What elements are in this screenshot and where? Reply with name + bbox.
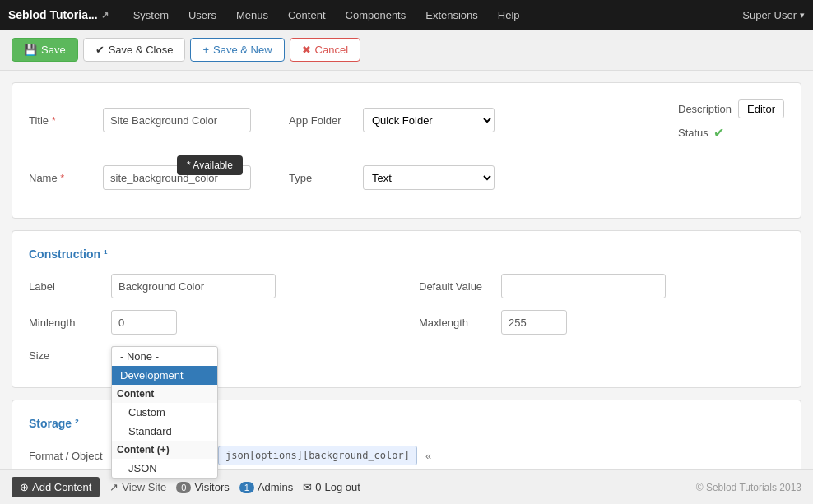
- dd-item-json[interactable]: JSON: [112, 459, 217, 478]
- dd-item-standard[interactable]: Standard: [112, 422, 217, 441]
- description-label: Description: [678, 103, 732, 115]
- save-new-button[interactable]: + Save & New: [190, 38, 284, 62]
- content-area: Title * App Folder Quick Folder Descript…: [0, 71, 813, 504]
- maxlength-input[interactable]: [501, 310, 567, 335]
- plus-icon: +: [202, 44, 209, 56]
- save-close-button[interactable]: ✔ Save & Close: [83, 38, 186, 62]
- dd-group-content-plus: Content (+): [112, 441, 217, 459]
- label-field-label: Label: [29, 280, 103, 293]
- cancel-label: Cancel: [315, 44, 348, 56]
- size-dropdown-container: - None - Development Content Custom Stan…: [111, 346, 177, 371]
- nav-content[interactable]: Content: [280, 4, 334, 26]
- dd-item-development[interactable]: Development: [112, 366, 217, 385]
- nav-help[interactable]: Help: [490, 4, 528, 26]
- label-row: Label: [29, 274, 394, 298]
- brand[interactable]: Seblod Tutoria... ↗: [8, 8, 109, 21]
- size-dropdown-list: - None - Development Content Custom Stan…: [111, 346, 218, 479]
- construction-grid: Label Default Value Minlength Maxlength …: [29, 274, 784, 371]
- nav-extensions[interactable]: Extensions: [417, 4, 486, 26]
- user-menu[interactable]: Super User: [742, 9, 805, 21]
- status-check-icon: ✔: [713, 125, 724, 141]
- nav-menus[interactable]: Menus: [228, 4, 276, 26]
- toolbar: 💾 Save ✔ Save & Close + Save & New ✖ Can…: [0, 30, 813, 71]
- default-value-label: Default Value: [419, 280, 493, 293]
- type-label: Type: [289, 172, 355, 184]
- minlength-row: Minlength: [29, 310, 394, 335]
- type-select[interactable]: Text: [363, 165, 495, 190]
- bottom-left: ⊕ Add Content ↗ View Site 0 Visitors 1 A…: [12, 477, 360, 497]
- tooltip-content: * Available: [177, 155, 243, 175]
- logout-group: ✉ 0 Log out: [303, 481, 360, 493]
- nav-system[interactable]: System: [125, 4, 177, 26]
- save-icon: 💾: [24, 44, 37, 56]
- format-object-label: Format / Object: [29, 450, 103, 462]
- name-label: Name *: [29, 172, 95, 184]
- save-button[interactable]: 💾 Save: [12, 38, 78, 62]
- add-content-button[interactable]: ⊕ Add Content: [12, 477, 100, 497]
- dd-group-content: Content: [112, 385, 217, 403]
- admins-badge: 1: [239, 482, 254, 493]
- title-field-group: Title *: [29, 108, 251, 132]
- external-icon: ↗: [109, 481, 118, 493]
- size-label: Size: [29, 349, 103, 362]
- cancel-button[interactable]: ✖ Cancel: [290, 38, 360, 62]
- app-folder-select[interactable]: Quick Folder: [363, 108, 495, 132]
- minlength-input[interactable]: [111, 310, 177, 335]
- visitors-label: Visitors: [194, 481, 229, 493]
- view-site-link[interactable]: ↗ View Site: [109, 481, 166, 493]
- nav-users[interactable]: Users: [180, 4, 225, 26]
- check-icon: ✔: [95, 44, 105, 56]
- label-input[interactable]: [111, 274, 276, 298]
- construction-title: Construction ¹: [29, 247, 784, 261]
- app-folder-group: App Folder Quick Folder: [289, 108, 495, 132]
- name-row: Name * Type Text: [29, 165, 784, 190]
- main-nav: System Users Menus Content Components Ex…: [125, 4, 743, 26]
- visitors-badge: 0: [176, 482, 191, 493]
- title-input[interactable]: [103, 108, 251, 132]
- brand-name: Seblod Tutoria...: [8, 8, 98, 21]
- editor-button[interactable]: Editor: [738, 99, 784, 118]
- admins-label: Admins: [258, 481, 293, 493]
- size-row: Size - None - Development Content Custom…: [29, 346, 394, 371]
- visitors-group: 0 Visitors: [176, 481, 230, 493]
- mail-icon: ✉: [303, 481, 312, 493]
- status-row: Status ✔: [678, 125, 724, 141]
- format-path: json[options][background_color]: [218, 446, 417, 465]
- maxlength-label: Maxlength: [419, 317, 493, 329]
- minlength-label: Minlength: [29, 317, 103, 329]
- tooltip-available: * Available: [177, 155, 243, 175]
- title-required: *: [52, 114, 56, 127]
- add-content-label: Add Content: [32, 481, 91, 493]
- user-name: Super User: [742, 9, 797, 21]
- status-label: Status: [678, 127, 708, 139]
- save-close-label: Save & Close: [109, 44, 174, 56]
- title-label: Title *: [29, 114, 95, 127]
- dd-item-custom[interactable]: Custom: [112, 403, 217, 422]
- external-link-icon: ↗: [101, 10, 109, 21]
- nav-components[interactable]: Components: [337, 4, 415, 26]
- plus-circle-icon: ⊕: [20, 481, 29, 493]
- app-folder-label: App Folder: [289, 114, 355, 127]
- title-row: Title * App Folder Quick Folder Descript…: [29, 99, 784, 141]
- save-label: Save: [41, 44, 66, 56]
- type-field-group: Type Text: [289, 165, 495, 190]
- dd-item-none[interactable]: - None -: [112, 347, 217, 366]
- description-status-group: Description Editor Status ✔: [678, 99, 784, 141]
- top-navbar: Seblod Tutoria... ↗ System Users Menus C…: [0, 0, 813, 30]
- name-required: *: [60, 172, 64, 184]
- times-icon: ✖: [302, 44, 311, 56]
- construction-card: Construction ¹ Label Default Value Minle…: [12, 230, 801, 388]
- default-value-row: Default Value: [419, 274, 784, 298]
- save-new-label: Save & New: [213, 44, 272, 56]
- view-site-label: View Site: [122, 481, 166, 493]
- main-form-card: Title * App Folder Quick Folder Descript…: [12, 82, 801, 219]
- copyright: © Seblod Tutorials 2013: [696, 482, 801, 493]
- admins-group: 1 Admins: [239, 481, 293, 493]
- format-arrow-icon: «: [425, 450, 431, 462]
- logout-count: 0: [315, 481, 321, 493]
- logout-label: Log out: [324, 481, 360, 493]
- maxlength-row: Maxlength: [419, 310, 784, 335]
- default-value-input[interactable]: [501, 274, 666, 298]
